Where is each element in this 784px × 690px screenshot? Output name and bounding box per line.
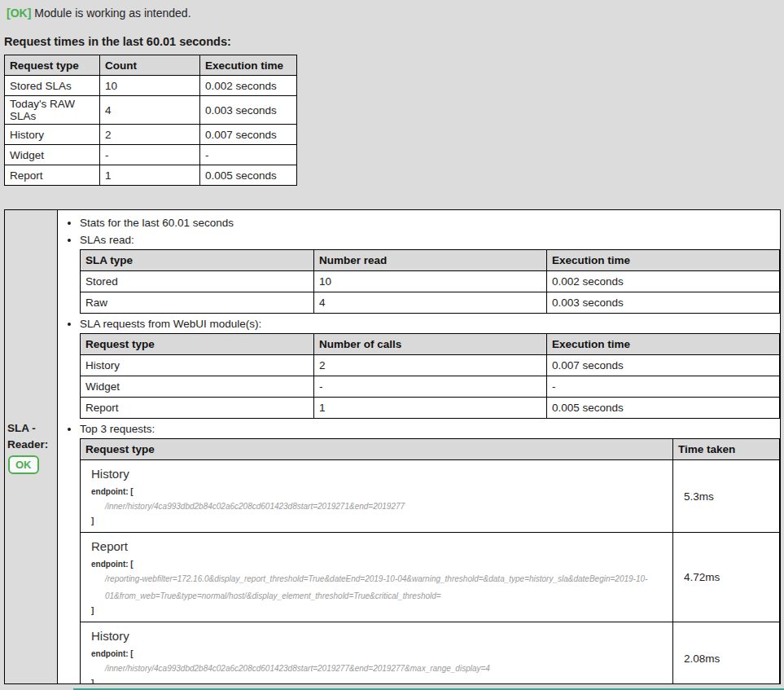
bullet-webui-requests: SLA requests from WebUI module(s): Reque…	[80, 315, 780, 419]
cell: Today's RAW SLAs	[5, 96, 100, 125]
cell: -	[200, 145, 297, 165]
table-row: Report 1 0.005 seconds	[81, 398, 780, 419]
bullet-webui-text: SLA requests from WebUI module(s):	[80, 318, 261, 330]
table-row: Stored 10 0.002 seconds	[81, 271, 780, 292]
bullet-slas-read: SLAs read: SLA type Number read Executio…	[80, 231, 780, 314]
cell: 2	[314, 355, 547, 376]
request-times-table: Request type Count Execution time Stored…	[4, 55, 297, 186]
endpoint-open: endpoint: [	[91, 648, 668, 660]
column-header-execution-time: Execution time	[200, 55, 297, 76]
request-times-heading: Request times in the last 60.01 seconds:	[4, 35, 231, 48]
table-row: Report 1 0.005 seconds	[5, 165, 297, 186]
cell: 1	[100, 165, 200, 186]
bullet-stats-text: Stats for the last 60.01 seconds	[80, 217, 234, 229]
cell: Widget	[5, 145, 100, 165]
bullet-top3-text: Top 3 requests:	[80, 423, 155, 435]
cell: Report	[81, 398, 314, 419]
status-badge: OK	[8, 455, 39, 474]
endpoint-url: /inner/history/4ca993dbd2b84c02a6c208cd6…	[105, 498, 650, 515]
request-type: History	[91, 628, 668, 644]
cell: Widget	[81, 376, 314, 398]
sla-reader-content: Stats for the last 60.01 seconds SLAs re…	[58, 210, 780, 683]
endpoint-url: /inner/history/4ca993dbd2b84c02a6c208cd6…	[105, 660, 650, 677]
bullet-top3-requests: Top 3 requests: Request type Time taken …	[80, 420, 780, 683]
cell: 0.005 seconds	[547, 398, 780, 419]
cell: 0.002 seconds	[200, 76, 297, 96]
top3-row: History endpoint: [ /inner/history/4ca99…	[81, 622, 780, 684]
cell: 0.003 seconds	[200, 96, 297, 125]
table-header-row: Request type Count Execution time	[5, 55, 297, 76]
table-row: History 2 0.007 seconds	[5, 125, 297, 145]
webui-requests-table: Request type Number of calls Execution t…	[80, 333, 780, 419]
slas-read-table: SLA type Number read Execution time Stor…	[80, 249, 780, 314]
cell: -	[547, 376, 780, 398]
cell: 0.003 seconds	[547, 292, 780, 314]
table-row: Widget - -	[81, 376, 780, 398]
table-row: Raw 4 0.003 seconds	[81, 292, 780, 314]
table-row: Today's RAW SLAs 4 0.003 seconds	[5, 96, 297, 125]
cell: Report	[5, 165, 100, 186]
column-header-request-type: Request type	[81, 334, 314, 355]
request-detail-cell: History endpoint: [ /inner/history/4ca99…	[81, 622, 673, 684]
table-header-row: Request type Time taken	[81, 439, 780, 460]
column-header-number-of-calls: Number of calls	[314, 334, 547, 355]
time-taken-cell: 4.72ms	[673, 533, 780, 622]
cell: 0.007 seconds	[547, 355, 780, 376]
endpoint-close: ]	[91, 677, 668, 683]
column-header-request-type: Request type	[81, 439, 673, 460]
time-taken-cell: 5.3ms	[673, 460, 780, 533]
column-header-execution-time: Execution time	[547, 334, 780, 355]
column-header-count: Count	[100, 55, 200, 76]
endpoint-open: endpoint: [	[91, 558, 668, 570]
cell: 0.007 seconds	[200, 125, 297, 145]
top3-row: Report endpoint: [ /reporting-webfilter=…	[81, 533, 780, 622]
bullet-stats: Stats for the last 60.01 seconds	[80, 214, 780, 231]
cell: 4	[100, 96, 200, 125]
status-message: Module is working as intended.	[34, 7, 191, 20]
cell: 10	[100, 76, 200, 96]
top3-row: History endpoint: [ /inner/history/4ca99…	[81, 460, 780, 533]
cell: Stored SLAs	[5, 76, 100, 96]
column-header-number-read: Number read	[314, 250, 547, 271]
module-name-line2: Reader:	[7, 437, 57, 453]
endpoint-close: ]	[91, 604, 668, 617]
table-row: Stored SLAs 10 0.002 seconds	[5, 76, 297, 96]
cell: Raw	[81, 292, 314, 314]
column-header-sla-type: SLA type	[81, 250, 314, 271]
column-header-execution-time: Execution time	[547, 250, 780, 271]
table-header-row: Request type Number of calls Execution t…	[81, 334, 780, 355]
time-taken-cell: 2.08ms	[673, 622, 780, 684]
cell: History	[5, 125, 100, 145]
cell: 10	[314, 271, 547, 292]
cell: 1	[314, 398, 547, 419]
status-ok-tag: [OK]	[7, 7, 31, 20]
sla-reader-panel: SLA - Reader: OK Stats for the last 60.0…	[4, 209, 781, 684]
stats-bullet-list: Stats for the last 60.01 seconds SLAs re…	[58, 214, 780, 683]
cell: History	[81, 355, 314, 376]
endpoint-open: endpoint: [	[91, 486, 668, 498]
cell: -	[100, 145, 200, 165]
column-header-request-type: Request type	[5, 55, 100, 76]
table-row: Widget - -	[5, 145, 297, 165]
cell: Stored	[81, 271, 314, 292]
table-row: History 2 0.007 seconds	[81, 355, 780, 376]
module-name-line1: SLA -	[7, 420, 57, 437]
endpoint-close: ]	[91, 515, 668, 527]
cell: 2	[100, 125, 200, 145]
bullet-slas-read-text: SLAs read:	[80, 234, 134, 246]
cell: 0.002 seconds	[547, 271, 780, 292]
module-status-line: [OK]Module is working as intended.	[7, 7, 191, 20]
cell: 4	[314, 292, 547, 314]
endpoint-url: /reporting-webfilter=172.16.0&display_re…	[105, 570, 650, 604]
request-detail-cell: Report endpoint: [ /reporting-webfilter=…	[81, 533, 673, 622]
request-detail-cell: History endpoint: [ /inner/history/4ca99…	[81, 460, 673, 533]
cell: -	[314, 376, 547, 398]
request-type: Report	[91, 538, 668, 555]
column-header-time-taken: Time taken	[673, 439, 780, 460]
top3-requests-table: Request type Time taken History endpoint…	[80, 438, 780, 683]
request-type: History	[91, 466, 668, 482]
sla-reader-label-cell: SLA - Reader: OK	[5, 210, 58, 683]
table-header-row: SLA type Number read Execution time	[81, 250, 780, 271]
cell: 0.005 seconds	[200, 165, 297, 186]
